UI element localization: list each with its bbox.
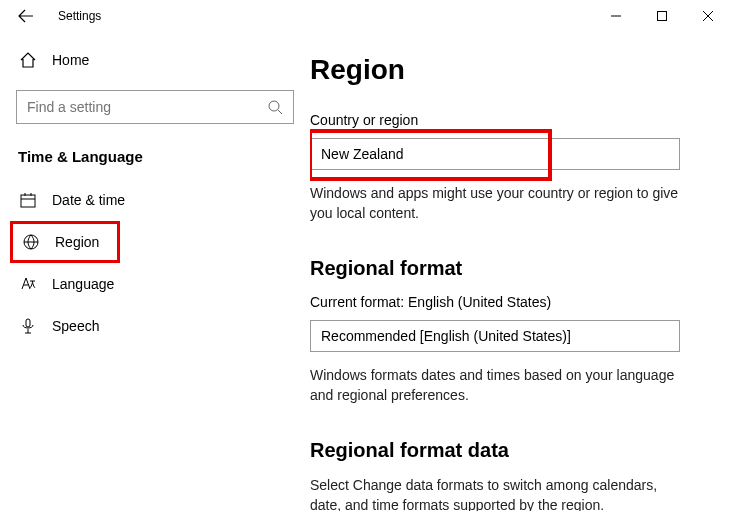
minimize-icon (611, 11, 621, 21)
minimize-button[interactable] (593, 0, 639, 32)
back-button[interactable] (18, 8, 50, 24)
sidebar-item-speech[interactable]: Speech (16, 305, 294, 347)
nav-label: Date & time (52, 192, 125, 208)
home-button[interactable]: Home (16, 42, 294, 78)
arrow-left-icon (18, 8, 34, 24)
microphone-icon (18, 317, 38, 335)
search-field[interactable] (27, 99, 267, 115)
language-icon (18, 275, 38, 293)
nav-list: Date & time Region Language (16, 179, 294, 347)
svg-rect-2 (21, 195, 35, 207)
page-title: Region (310, 54, 715, 86)
close-icon (703, 11, 713, 21)
nav-label: Speech (52, 318, 99, 334)
sidebar-item-language[interactable]: Language (16, 263, 294, 305)
search-icon (267, 99, 283, 115)
format-current: Current format: English (United States) (310, 294, 715, 310)
search-input[interactable] (16, 90, 294, 124)
sidebar-item-date-time[interactable]: Date & time (16, 179, 294, 221)
home-label: Home (52, 52, 89, 68)
svg-rect-4 (26, 319, 30, 327)
titlebar: Settings (0, 0, 731, 32)
format-dropdown[interactable]: Recommended [English (United States)] (310, 320, 680, 352)
category-heading: Time & Language (16, 142, 294, 179)
home-icon (18, 51, 38, 69)
format-heading: Regional format (310, 257, 715, 280)
window-title: Settings (50, 9, 101, 23)
main-content: Region Country or region New Zealand Win… (310, 32, 731, 511)
format-value: Recommended [English (United States)] (321, 328, 571, 344)
nav-label: Region (55, 234, 99, 250)
country-dropdown[interactable]: New Zealand (310, 138, 680, 170)
window-controls (593, 0, 731, 32)
maximize-icon (657, 11, 667, 21)
country-value: New Zealand (321, 146, 404, 162)
maximize-button[interactable] (639, 0, 685, 32)
country-note: Windows and apps might use your country … (310, 184, 680, 223)
format-note: Windows formats dates and times based on… (310, 366, 680, 405)
clock-icon (18, 191, 38, 209)
svg-point-1 (269, 101, 279, 111)
svg-rect-0 (658, 12, 667, 21)
data-heading: Regional format data (310, 439, 715, 462)
close-button[interactable] (685, 0, 731, 32)
sidebar: Home Time & Language Date & time (0, 32, 310, 511)
data-note: Select Change data formats to switch amo… (310, 476, 680, 511)
globe-icon (21, 233, 41, 251)
sidebar-item-region[interactable]: Region (10, 221, 120, 263)
country-label: Country or region (310, 112, 715, 128)
nav-label: Language (52, 276, 114, 292)
